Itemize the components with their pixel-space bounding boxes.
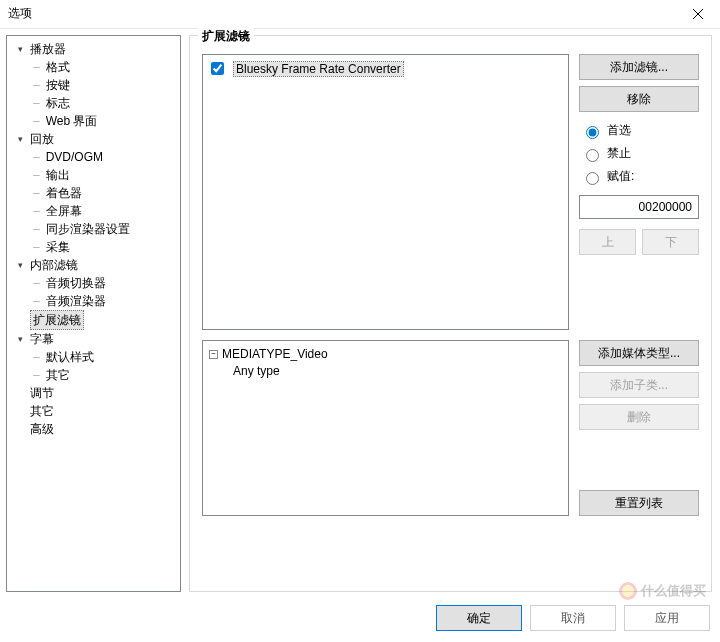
tree-node-tweaks[interactable]: ▾调节 — [13, 384, 180, 402]
add-media-type-button[interactable]: 添加媒体类型... — [579, 340, 699, 366]
tree-node-subtitles[interactable]: ▾ 字幕 — [13, 330, 180, 348]
move-down-button[interactable]: 下 — [642, 229, 699, 255]
merit-value-input[interactable] — [579, 195, 699, 219]
tree-node-other[interactable]: ▾其它 — [13, 402, 180, 420]
tree-leaf-fullscreen[interactable]: –全屏幕 — [31, 202, 180, 220]
tree-leaf-logo[interactable]: –标志 — [31, 94, 180, 112]
chevron-down-icon[interactable]: ▾ — [15, 44, 26, 55]
watermark-logo-icon — [619, 582, 637, 600]
media-tree-node[interactable]: − MEDIATYPE_Video — [209, 347, 562, 361]
ok-button[interactable]: 确定 — [436, 605, 522, 631]
tree-node-internal-filters[interactable]: ▾ 内部滤镜 — [13, 256, 180, 274]
tree-node-playback[interactable]: ▾ 回放 — [13, 130, 180, 148]
remove-filter-button[interactable]: 移除 — [579, 86, 699, 112]
tree-leaf-default-style[interactable]: –默认样式 — [31, 348, 180, 366]
tree-leaf-web[interactable]: –Web 界面 — [31, 112, 180, 130]
tree-leaf-dvd[interactable]: –DVD/OGM — [31, 148, 180, 166]
apply-button[interactable]: 应用 — [624, 605, 710, 631]
move-up-button[interactable]: 上 — [579, 229, 636, 255]
add-filter-button[interactable]: 添加滤镜... — [579, 54, 699, 80]
media-type-tree[interactable]: − MEDIATYPE_Video Any type — [202, 340, 569, 516]
add-subtype-button[interactable]: 添加子类... — [579, 372, 699, 398]
tree-leaf-output[interactable]: –输出 — [31, 166, 180, 184]
tree-leaf-audio-switcher[interactable]: –音频切换器 — [31, 274, 180, 292]
group-title: 扩展滤镜 — [198, 28, 254, 45]
close-button[interactable] — [678, 0, 718, 28]
priority-radio-group: 首选 禁止 赋值: — [581, 122, 699, 185]
radio-preferred[interactable]: 首选 — [581, 122, 699, 139]
filter-checkbox[interactable] — [211, 62, 224, 75]
settings-panel: 扩展滤镜 Bluesky Frame Rate Converter 添加滤镜..… — [189, 35, 712, 592]
tree-leaf-shader[interactable]: –着色器 — [31, 184, 180, 202]
watermark: 什么值得买 — [619, 582, 706, 600]
tree-leaf-capture[interactable]: –采集 — [31, 238, 180, 256]
media-tree-child[interactable]: Any type — [233, 361, 562, 381]
delete-media-button[interactable]: 删除 — [579, 404, 699, 430]
chevron-down-icon[interactable]: ▾ — [15, 260, 26, 271]
chevron-down-icon[interactable]: ▾ — [15, 334, 26, 345]
tree-node-external-filters[interactable]: ▾ 扩展滤镜 — [13, 310, 180, 330]
cancel-button[interactable]: 取消 — [530, 605, 616, 631]
close-icon — [693, 9, 703, 19]
filter-list-item[interactable]: Bluesky Frame Rate Converter — [207, 59, 564, 78]
tree-leaf-keys[interactable]: –按键 — [31, 76, 180, 94]
radio-blocked[interactable]: 禁止 — [581, 145, 699, 162]
titlebar: 选项 — [0, 0, 720, 28]
reset-list-button[interactable]: 重置列表 — [579, 490, 699, 516]
media-tree-label: MEDIATYPE_Video — [222, 347, 328, 361]
window-title: 选项 — [8, 5, 32, 22]
tree-leaf-misc[interactable]: –其它 — [31, 366, 180, 384]
tree-node-advanced[interactable]: ▾高级 — [13, 420, 180, 438]
chevron-down-icon[interactable]: ▾ — [15, 134, 26, 145]
dialog-footer: 确定 取消 应用 — [0, 598, 720, 638]
nav-tree-panel: ▾ 播放器 –格式 –按键 –标志 –Web 界面 ▾ 回放 — [6, 35, 181, 592]
nav-tree[interactable]: ▾ 播放器 –格式 –按键 –标志 –Web 界面 ▾ 回放 — [7, 40, 180, 438]
filter-item-label: Bluesky Frame Rate Converter — [233, 61, 404, 77]
tree-leaf-format[interactable]: –格式 — [31, 58, 180, 76]
tree-leaf-audio-renderer[interactable]: –音频渲染器 — [31, 292, 180, 310]
groupbox-external-filters: 扩展滤镜 Bluesky Frame Rate Converter 添加滤镜..… — [189, 35, 712, 592]
tree-leaf-sync[interactable]: –同步渲染器设置 — [31, 220, 180, 238]
tree-node-player[interactable]: ▾ 播放器 — [13, 40, 180, 58]
radio-set-merit[interactable]: 赋值: — [581, 168, 699, 185]
filter-list[interactable]: Bluesky Frame Rate Converter — [202, 54, 569, 330]
main-area: ▾ 播放器 –格式 –按键 –标志 –Web 界面 ▾ 回放 — [0, 28, 720, 598]
minus-icon[interactable]: − — [209, 350, 218, 359]
